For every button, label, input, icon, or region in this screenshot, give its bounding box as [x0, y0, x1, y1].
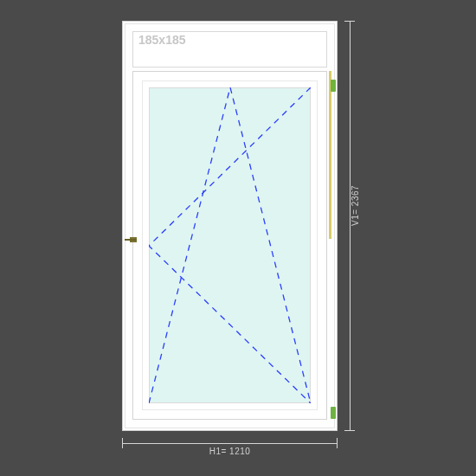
dimension-vertical-label: V1= 2367 — [351, 185, 360, 226]
hinge-marker-top — [331, 80, 336, 92]
dimension-vertical-bar — [350, 21, 351, 431]
canvas: 185x185 H1= 1210 V1= 2367 — [0, 0, 476, 476]
roller-rail — [329, 71, 331, 239]
dimension-horizontal-label: H1= 1210 — [122, 447, 338, 456]
dimension-vertical: V1= 2367 — [344, 21, 357, 431]
dimension-horizontal: H1= 1210 — [122, 438, 338, 450]
dimension-horizontal-bar — [122, 443, 338, 444]
dimension-vertical-tick-top — [344, 21, 355, 22]
opening-direction-overlay — [149, 87, 311, 403]
hinge-marker-bottom — [331, 407, 336, 419]
transom-size-label: 185x185 — [138, 33, 186, 47]
tilt-opening-lines — [149, 87, 311, 403]
turn-opening-lines — [149, 87, 311, 403]
window-handle — [130, 237, 137, 242]
dimension-vertical-tick-bottom — [344, 430, 355, 431]
